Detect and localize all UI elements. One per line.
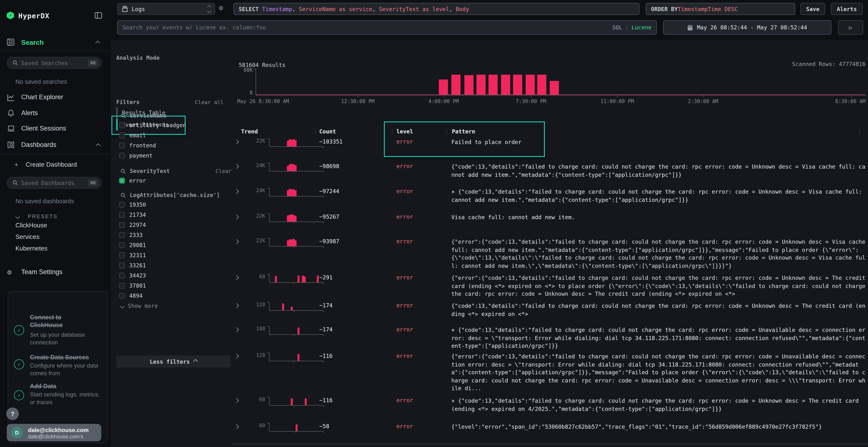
get-started-item-title[interactable]: Add Data — [30, 382, 97, 390]
order-by-input[interactable]: ORDER BY TimestampTime DESC — [646, 3, 795, 15]
checkbox-unchecked[interactable] — [119, 133, 125, 138]
x-axis-tick — [851, 95, 851, 97]
filter-option[interactable]: ✓error — [119, 177, 146, 184]
filter-option[interactable]: 37801 — [119, 282, 146, 289]
row-expand-chevron-icon[interactable] — [234, 164, 239, 169]
less-filters-chevron-icon — [193, 359, 198, 364]
histogram-bar — [476, 75, 486, 95]
get-started-item-title[interactable]: Connect to ClickHouse — [30, 314, 76, 329]
less-filters-button[interactable]: Less filters — [116, 355, 230, 368]
checkbox-unchecked[interactable] — [119, 153, 125, 159]
scanned-rows: Scanned Rows: 47774816 — [723, 61, 866, 67]
column-menu-icon[interactable]: ⋮ — [857, 128, 862, 134]
spark-tick — [294, 361, 294, 363]
get-started-item-title[interactable]: Create Data Sources — [30, 353, 97, 361]
sidebar-item-dashboards[interactable]: Dashboards — [0, 139, 111, 151]
filter-option[interactable]: 21734 — [119, 211, 146, 218]
trend-max-label: 120 — [249, 352, 265, 358]
filter-option[interactable]: 19350 — [119, 201, 146, 208]
row-expand-chevron-icon[interactable] — [234, 189, 239, 194]
checkbox-unchecked[interactable] — [119, 122, 125, 128]
row-expand-chevron-icon[interactable] — [234, 139, 239, 144]
clear-all-filters-link[interactable]: Clear all — [195, 99, 223, 105]
checkbox-unchecked[interactable] — [119, 273, 125, 278]
lang-toggle-lucene[interactable]: Lucene — [631, 24, 651, 31]
row-expand-chevron-icon[interactable] — [234, 398, 239, 403]
column-header-trend[interactable]: Trend — [241, 128, 258, 135]
filter-group-header[interactable]: SeverityTextClear — [121, 168, 231, 174]
column-header-count[interactable]: Count — [319, 128, 336, 135]
checkbox-unchecked[interactable] — [119, 283, 125, 288]
lang-toggle-sql[interactable]: SQL — [612, 24, 622, 31]
trend-sparkline: 22K — [249, 237, 311, 248]
row-expand-chevron-icon[interactable] — [234, 327, 239, 332]
level-cell: error — [396, 302, 413, 309]
filter-option[interactable]: frontend — [119, 142, 156, 149]
checkbox-unchecked[interactable] — [119, 293, 125, 299]
row-expand-chevron-icon[interactable] — [234, 354, 239, 358]
checkbox-unchecked[interactable] — [119, 252, 125, 258]
run-query-button[interactable]: ▷ — [838, 20, 863, 35]
filter-group-header[interactable]: LogAttributes['cache.size'] — [121, 192, 231, 199]
show-more-chevron-icon — [120, 304, 125, 308]
create-dashboard-button[interactable]: + Create Dashboard — [14, 161, 77, 168]
checkbox-unchecked[interactable] — [119, 222, 125, 228]
horizontal-scrollbar[interactable] — [232, 443, 868, 446]
checkbox-unchecked[interactable] — [119, 212, 125, 218]
filter-option[interactable]: payment — [119, 152, 153, 159]
event-search-input[interactable]: Search your events w/ Lucene ex. column:… — [117, 20, 657, 35]
checkbox-unchecked[interactable] — [119, 143, 125, 148]
filter-option[interactable]: artillery-loadgen — [119, 122, 186, 129]
spark-top-tick — [267, 326, 269, 326]
sidebar-item-preset-clickhouse[interactable]: ClickHouse — [16, 221, 47, 229]
alerts-button[interactable]: Alerts — [831, 3, 863, 15]
filter-option[interactable]: 22974 — [119, 221, 146, 228]
filter-group-header[interactable]: ServiceName — [121, 112, 231, 119]
row-expand-chevron-icon[interactable] — [234, 215, 239, 219]
checkbox-unchecked[interactable] — [119, 232, 125, 238]
filter-option[interactable]: email — [119, 132, 146, 139]
filter-option[interactable]: 33261 — [119, 262, 146, 269]
checkbox-unchecked[interactable] — [119, 202, 125, 208]
saved-searches-input[interactable]: Saved Searches ⌘K — [7, 57, 102, 69]
row-expand-chevron-icon[interactable] — [234, 275, 239, 280]
sidebar-item-client-sessions[interactable]: Client Sessions — [0, 122, 111, 135]
filter-option[interactable]: 4894 — [119, 293, 143, 299]
column-drag-handle-icon[interactable]: ⋮ — [312, 128, 318, 134]
source-settings-gear-icon[interactable]: ⚙ — [219, 4, 223, 11]
logs-source-icon — [122, 6, 128, 12]
user-menu[interactable]: D dale@clickhouse.com dale@clickhouse.co… — [7, 424, 101, 441]
filter-option-label: 19350 — [129, 201, 146, 208]
sidebar-item-chart-explorer[interactable]: Chart Explorer — [0, 91, 111, 104]
sidebar-item-preset-services[interactable]: Services — [16, 233, 39, 240]
filter-option[interactable]: 29081 — [119, 242, 146, 248]
filter-option[interactable]: 2333 — [119, 232, 143, 238]
sidebar-item-team-settings[interactable]: Team Settings — [21, 268, 62, 276]
show-more-link[interactable]: Show more — [121, 303, 158, 309]
help-button[interactable]: ? — [6, 408, 19, 420]
sidebar-item-alerts[interactable]: Alerts — [0, 107, 111, 119]
presets-toggle[interactable]: PRESETS — [16, 211, 58, 220]
sidebar-item-preset-kubernetes[interactable]: Kubernetes — [16, 245, 48, 252]
sidebar-item-search[interactable]: Search — [21, 38, 44, 46]
trend-sparkline: 120 — [249, 301, 311, 313]
checkbox-unchecked[interactable] — [119, 242, 125, 248]
checkbox-unchecked[interactable] — [119, 263, 125, 268]
saved-dashboards-input[interactable]: Saved Dashboards ⌘K — [7, 177, 102, 189]
spark-bar — [294, 240, 297, 246]
spark-tick — [294, 431, 294, 433]
filter-option[interactable]: 32311 — [119, 252, 146, 259]
collapse-sidebar-icon[interactable] — [94, 12, 102, 19]
search-collapse-chevron-icon[interactable] — [95, 41, 100, 45]
checkbox-checked[interactable]: ✓ — [119, 178, 125, 183]
row-expand-chevron-icon[interactable] — [234, 303, 239, 308]
row-expand-chevron-icon[interactable] — [234, 424, 239, 429]
row-expand-chevron-icon[interactable] — [234, 239, 239, 244]
save-button[interactable]: Save — [801, 3, 825, 15]
date-range-picker[interactable]: May 26 08:52:44 - May 27 08:52:44 — [663, 20, 831, 35]
filter-option[interactable]: 34423 — [119, 272, 146, 279]
filter-clear-link[interactable]: Clear — [216, 168, 231, 174]
sql-select-input[interactable]: SELECT Timestamp, ServiceName as service… — [234, 3, 640, 15]
source-select[interactable]: Logs — [117, 3, 215, 15]
spark-top-tick — [267, 397, 269, 398]
